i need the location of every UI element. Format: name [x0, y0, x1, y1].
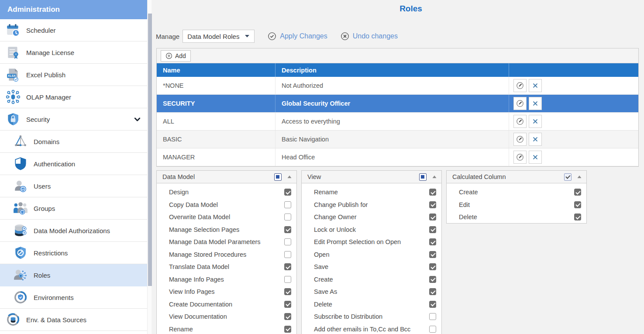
permission-item: Add other emails in To,Cc and Bcc — [302, 323, 441, 334]
data-model-authorizations-icon — [13, 223, 28, 238]
sidebar-item-env-data-sources[interactable]: Env. & Data Sources — [0, 309, 147, 331]
sidebar-item-domains[interactable]: Domains — [0, 131, 147, 153]
permission-checkbox[interactable] — [429, 201, 436, 208]
permission-checkbox[interactable] — [429, 326, 436, 333]
sidebar-item-roles[interactable]: Roles — [0, 264, 147, 286]
permission-label: Add other emails in To,Cc and Bcc — [314, 326, 429, 333]
column-header-description[interactable]: Description — [276, 63, 509, 77]
permission-checkbox[interactable] — [284, 213, 291, 220]
permission-label: Delete — [459, 213, 574, 220]
apply-changes-button[interactable]: Apply Changes — [268, 32, 327, 41]
undo-changes-label: Undo changes — [353, 32, 398, 40]
sidebar-item-users[interactable]: Users — [0, 175, 147, 197]
column-header-name[interactable]: Name — [157, 63, 276, 77]
collapse-arrow-icon[interactable] — [287, 175, 292, 179]
permission-label: Save As — [314, 288, 429, 295]
table-row-manager[interactable]: MANAGERHead Office — [157, 148, 638, 166]
sidebar-item-label: Roles — [34, 272, 50, 279]
delete-role-button[interactable] — [529, 133, 542, 146]
delete-role-button[interactable] — [529, 115, 542, 128]
permission-item: Delete — [302, 298, 441, 311]
permission-label: Create Documentation — [169, 301, 284, 308]
add-role-label: Add — [175, 52, 186, 59]
permission-checkbox[interactable] — [284, 326, 291, 333]
column-header-actions[interactable] — [509, 63, 638, 77]
permission-checkbox[interactable] — [284, 276, 291, 283]
select-all-checkbox[interactable] — [419, 173, 427, 181]
sidebar-item-manage-license[interactable]: Manage License — [0, 41, 147, 64]
edit-role-button[interactable] — [513, 97, 527, 110]
groups-icon — [13, 201, 28, 216]
permission-checkbox[interactable] — [284, 189, 291, 196]
manage-roles-dropdown[interactable]: Data Model Roles — [183, 30, 255, 43]
permission-checkbox[interactable] — [429, 226, 436, 233]
permission-checkbox[interactable] — [284, 226, 291, 233]
permission-checkbox[interactable] — [284, 238, 291, 245]
permission-checkbox[interactable] — [284, 301, 291, 308]
table-row-none[interactable]: *NONENot Authorized — [157, 77, 638, 95]
permission-checkbox[interactable] — [429, 213, 436, 220]
delete-role-button[interactable] — [529, 97, 542, 110]
authentication-icon — [13, 156, 28, 171]
permission-checkbox[interactable] — [429, 301, 436, 308]
role-name-cell: *NONE — [157, 77, 276, 94]
role-actions-cell — [509, 148, 638, 166]
permission-label: Edit Prompt Selection on Open — [314, 238, 429, 245]
edit-role-button[interactable] — [513, 133, 527, 146]
permission-checkbox[interactable] — [284, 251, 291, 258]
delete-role-button[interactable] — [529, 151, 542, 164]
collapse-arrow-icon[interactable] — [577, 175, 582, 179]
permission-checkbox[interactable] — [429, 238, 436, 245]
sidebar-scrollbar[interactable] — [147, 0, 152, 334]
permission-label: Manage Info Pages — [169, 276, 284, 283]
permission-checkbox[interactable] — [284, 201, 291, 208]
select-all-checkbox[interactable] — [274, 173, 282, 181]
edit-role-button[interactable] — [513, 79, 527, 92]
permission-item: Change Owner — [302, 211, 441, 224]
select-all-checkbox[interactable] — [564, 173, 572, 181]
sidebar-item-environments[interactable]: Environments — [0, 286, 147, 309]
sidebar-item-olap-manager[interactable]: OLAP Manager — [0, 86, 147, 108]
environments-icon — [13, 290, 28, 305]
sidebar-item-restrictions[interactable]: Restrictions — [0, 242, 147, 264]
permission-checkbox[interactable] — [284, 263, 291, 270]
table-row-basic[interactable]: BASICBasic Navigation — [157, 131, 638, 148]
sidebar-item-label: Security — [26, 116, 50, 123]
collapse-arrow-icon[interactable] — [432, 175, 437, 179]
sidebar: Administration SchedulerManage LicenseXL… — [0, 0, 147, 334]
permission-checkbox[interactable] — [429, 189, 436, 196]
edit-role-button[interactable] — [513, 151, 527, 164]
permission-checkbox[interactable] — [574, 213, 581, 220]
sidebar-item-label: Manage License — [26, 49, 74, 56]
permission-checkbox[interactable] — [429, 251, 436, 258]
panel-body: DesignCopy Data ModelOverwrite Data Mode… — [156, 183, 297, 334]
permission-checkbox[interactable] — [284, 288, 291, 295]
permission-item: View Documentation — [157, 310, 296, 323]
sidebar-item-label: Users — [34, 182, 51, 190]
permission-item: Save As — [302, 286, 441, 298]
permission-checkbox[interactable] — [574, 201, 581, 208]
permission-checkbox[interactable] — [574, 189, 581, 196]
permission-checkbox[interactable] — [429, 276, 436, 283]
permission-label: Manage Data Model Parameters — [169, 238, 284, 245]
table-row-security[interactable]: SECURITYGlobal Security Officer — [157, 95, 638, 113]
add-plus-icon — [165, 52, 172, 59]
permission-checkbox[interactable] — [429, 313, 436, 320]
delete-role-button[interactable] — [529, 79, 542, 92]
sidebar-item-data-model-authorizations[interactable]: Data Model Authorizations — [0, 220, 147, 242]
panel-title: Data Model — [162, 173, 274, 180]
sidebar-item-authentication[interactable]: Authentication — [0, 153, 147, 175]
permission-checkbox[interactable] — [284, 313, 291, 320]
sidebar-item-scheduler[interactable]: Scheduler — [0, 19, 147, 41]
undo-changes-button[interactable]: Undo changes — [341, 32, 398, 41]
permission-checkbox[interactable] — [429, 263, 436, 270]
sidebar-item-excel-publish[interactable]: XLSXExcel Publish — [0, 64, 147, 86]
sidebar-item-security[interactable]: Security — [0, 108, 147, 131]
edit-role-button[interactable] — [513, 115, 527, 128]
sidebar-item-groups[interactable]: Groups — [0, 197, 147, 220]
permission-label: Translate Data Model — [169, 263, 284, 270]
chevron-down-icon[interactable] — [134, 116, 141, 123]
permission-checkbox[interactable] — [429, 288, 436, 295]
add-role-button[interactable]: Add — [161, 50, 191, 62]
table-row-all[interactable]: ALLAccess to everything — [157, 113, 638, 131]
